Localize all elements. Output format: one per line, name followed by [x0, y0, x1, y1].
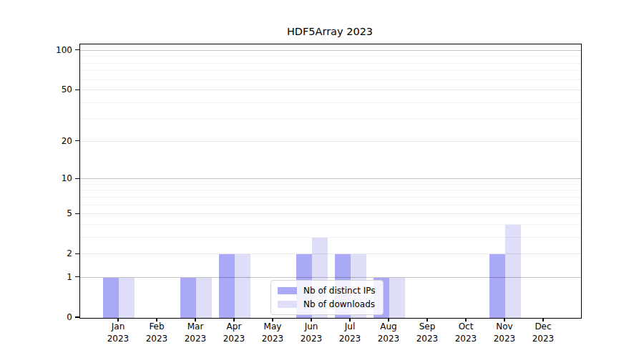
x-axis-tick-label-dec: Dec2023 [524, 321, 562, 345]
y-tick-mark-2 [75, 253, 79, 254]
y-axis-tick-label-5: 5 [29, 208, 72, 219]
bar-downloads-aug [389, 278, 405, 318]
x-axis-tick-label-sep: Sep2023 [408, 321, 447, 345]
x-axis-tick-label-feb: Feb2023 [137, 321, 176, 345]
bar-downloads-mar [196, 278, 212, 318]
legend: Nb of distinct IPs Nb of downloads [270, 280, 384, 315]
bar-distinct-ips-jan [103, 278, 119, 318]
bar-distinct-ips-nov [489, 254, 505, 318]
y-tick-mark-5 [75, 213, 79, 214]
legend-label-distinct-ips: Nb of distinct IPs [303, 286, 376, 296]
y-axis-tick-label-100: 100 [29, 44, 72, 56]
y-axis-tick-label-20: 20 [29, 135, 72, 147]
bar-downloads-nov [505, 225, 521, 318]
bar-downloads-apr [235, 254, 250, 318]
y-axis-tick-label-10: 10 [29, 173, 72, 184]
x-axis-tick-label-aug: Aug2023 [369, 321, 408, 345]
bar-distinct-ips-mar [180, 278, 196, 318]
y-tick-mark-10 [75, 178, 79, 179]
x-axis-tick-label-nov: Nov2023 [485, 321, 524, 345]
y-tick-mark-20 [75, 140, 79, 141]
y-axis-tick-label-50: 50 [29, 84, 72, 95]
x-axis-tick-label-jan: Jan2023 [99, 321, 137, 345]
x-axis-tick-label-jul: Jul2023 [331, 321, 369, 345]
legend-swatch-distinct-ips [278, 287, 297, 294]
figure: HDF5Array 2023 0125102050100Jan2023Feb20… [0, 0, 644, 358]
bar-distinct-ips-apr [219, 254, 235, 318]
chart-title: HDF5Array 2023 [79, 26, 580, 37]
y-axis-tick-label-0: 0 [29, 311, 72, 323]
plot-area [79, 44, 582, 319]
bars-layer [80, 44, 581, 318]
x-axis-tick-label-apr: Apr2023 [215, 321, 253, 345]
bar-downloads-jan [119, 278, 135, 318]
y-tick-mark-100 [75, 49, 79, 50]
y-tick-mark-50 [75, 90, 79, 90]
legend-item-downloads: Nb of downloads [278, 299, 376, 309]
legend-label-downloads: Nb of downloads [303, 299, 375, 309]
y-tick-mark-1 [75, 276, 79, 277]
y-axis-tick-label-1: 1 [29, 271, 72, 283]
x-axis-tick-label-may: May2023 [253, 321, 292, 345]
legend-item-distinct-ips: Nb of distinct IPs [278, 286, 376, 296]
x-axis-tick-label-mar: Mar2023 [176, 321, 215, 345]
x-axis-tick-label-oct: Oct2023 [447, 321, 485, 345]
y-tick-mark-0 [75, 316, 79, 317]
x-axis-tick-label-jun: Jun2023 [292, 321, 331, 345]
legend-swatch-downloads [278, 301, 297, 308]
y-axis-tick-label-2: 2 [29, 248, 72, 259]
